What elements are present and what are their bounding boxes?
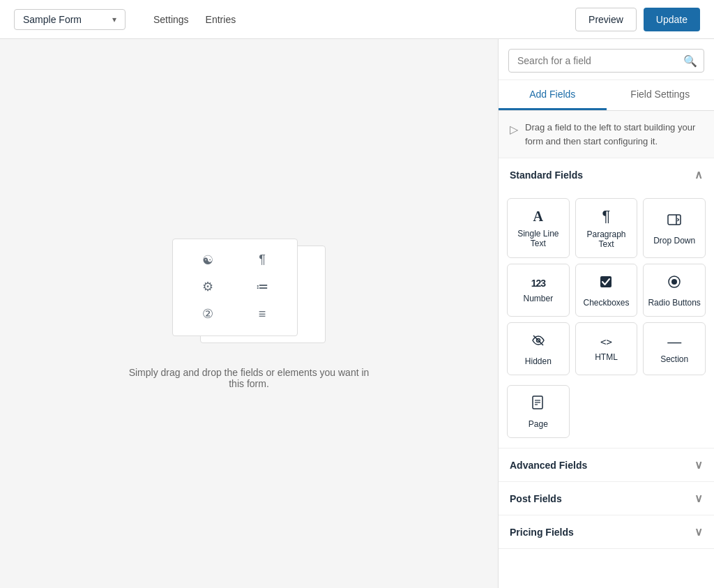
checkboxes-label: Checkboxes bbox=[583, 298, 629, 308]
tab-add-fields[interactable]: Add Fields bbox=[499, 80, 607, 110]
search-input-wrap: 🔍 bbox=[508, 49, 704, 73]
radio-buttons-label: Radio Buttons bbox=[648, 298, 700, 308]
field-html[interactable]: <> HTML bbox=[575, 322, 638, 375]
standard-fields-header[interactable]: Standard Fields ∧ bbox=[499, 158, 714, 191]
card-icon-3: ⚙ bbox=[183, 276, 233, 299]
field-paragraph-text[interactable]: ¶ Paragraph Text bbox=[575, 198, 638, 258]
fields-grid: A Single Line Text ¶ Paragraph Text bbox=[499, 191, 714, 385]
pricing-fields-chevron-icon: ∨ bbox=[694, 525, 703, 538]
update-button[interactable]: Update bbox=[644, 8, 700, 31]
header: Sample Form ▾ Settings Entries Preview U… bbox=[0, 0, 714, 39]
card-icon-4: ≔ bbox=[237, 276, 287, 299]
card-icon-5: ② bbox=[183, 303, 233, 326]
single-line-text-icon: A bbox=[533, 209, 543, 223]
card-icon-1: ☯ bbox=[183, 249, 233, 272]
hidden-icon bbox=[531, 333, 546, 351]
html-label: HTML bbox=[595, 352, 618, 362]
page-label: Page bbox=[529, 419, 548, 429]
pricing-fields-section: Pricing Fields ∨ bbox=[499, 515, 714, 549]
main-layout: ☯ ¶ ⚙ ≔ ② ≡ Simply drag and drop the fie… bbox=[0, 39, 714, 588]
advanced-fields-chevron-icon: ∨ bbox=[694, 458, 703, 472]
drag-hint: ▷ Drag a field to the left to start buil… bbox=[499, 111, 714, 158]
drop-down-label: Drop Down bbox=[653, 236, 695, 246]
search-bar: 🔍 bbox=[499, 39, 714, 80]
hidden-label: Hidden bbox=[525, 356, 552, 366]
right-panel: 🔍 Add Fields Field Settings ▷ Drag a fie… bbox=[498, 39, 714, 588]
page-icon bbox=[531, 395, 545, 414]
checkboxes-icon bbox=[598, 274, 614, 292]
tab-field-settings[interactable]: Field Settings bbox=[607, 80, 715, 110]
pricing-fields-header[interactable]: Pricing Fields ∨ bbox=[499, 515, 714, 548]
card-front: ☯ ¶ ⚙ ≔ ② ≡ bbox=[172, 239, 298, 336]
section-label: Section bbox=[660, 354, 688, 364]
standard-fields-label: Standard Fields bbox=[510, 169, 583, 181]
pricing-fields-label: Pricing Fields bbox=[510, 527, 574, 538]
field-section[interactable]: — Section bbox=[643, 322, 706, 375]
canvas-illustration: ☯ ¶ ⚙ ≔ ② ≡ bbox=[165, 239, 333, 350]
nav-settings[interactable]: Settings bbox=[153, 11, 189, 28]
chevron-down-icon: ▾ bbox=[112, 15, 116, 24]
field-radio-buttons[interactable]: Radio Buttons bbox=[643, 264, 706, 317]
paragraph-text-icon: ¶ bbox=[602, 209, 611, 224]
form-name-label: Sample Form bbox=[23, 14, 82, 25]
post-fields-label: Post Fields bbox=[510, 493, 562, 504]
field-drop-down[interactable]: Drop Down bbox=[643, 198, 706, 258]
post-fields-chevron-icon: ∨ bbox=[694, 492, 703, 505]
field-number[interactable]: 123 Number bbox=[507, 264, 570, 317]
single-line-text-label: Single Line Text bbox=[512, 229, 565, 248]
standard-fields-chevron-up-icon: ∧ bbox=[694, 168, 703, 181]
field-hidden[interactable]: Hidden bbox=[507, 322, 570, 375]
field-page[interactable]: Page bbox=[507, 385, 570, 438]
advanced-fields-section: Advanced Fields ∨ bbox=[499, 448, 714, 482]
preview-button[interactable]: Preview bbox=[575, 8, 637, 31]
post-fields-section: Post Fields ∨ bbox=[499, 482, 714, 515]
search-input[interactable] bbox=[508, 49, 704, 73]
drop-down-icon bbox=[667, 212, 682, 230]
paragraph-text-label: Paragraph Text bbox=[580, 229, 633, 249]
card-icon-2: ¶ bbox=[237, 249, 287, 272]
number-icon: 123 bbox=[531, 278, 545, 288]
advanced-fields-header[interactable]: Advanced Fields ∨ bbox=[499, 448, 714, 481]
html-icon: <> bbox=[600, 337, 612, 347]
svg-point-4 bbox=[671, 279, 677, 285]
header-actions: Preview Update bbox=[575, 8, 700, 31]
canvas-hint: Simply drag and drop the fields or eleme… bbox=[123, 367, 374, 389]
radio-buttons-icon bbox=[667, 274, 682, 292]
section-icon: — bbox=[667, 335, 681, 349]
form-selector[interactable]: Sample Form ▾ bbox=[14, 9, 126, 30]
advanced-fields-label: Advanced Fields bbox=[510, 460, 587, 471]
post-fields-header[interactable]: Post Fields ∨ bbox=[499, 482, 714, 515]
search-icon: 🔍 bbox=[683, 54, 697, 68]
nav-entries[interactable]: Entries bbox=[206, 11, 236, 28]
field-single-line-text[interactable]: A Single Line Text bbox=[507, 198, 570, 258]
cursor-icon: ▷ bbox=[510, 121, 518, 138]
canvas-area: ☯ ¶ ⚙ ≔ ② ≡ Simply drag and drop the fie… bbox=[0, 39, 498, 588]
panel-tabs: Add Fields Field Settings bbox=[499, 80, 714, 111]
field-checkboxes[interactable]: Checkboxes bbox=[575, 264, 638, 317]
drag-hint-text: Drag a field to the left to start buildi… bbox=[525, 121, 703, 148]
standard-fields-section: Standard Fields ∧ A Single Line Text ¶ P… bbox=[499, 158, 714, 448]
card-icon-6: ≡ bbox=[237, 303, 287, 326]
header-nav: Settings Entries bbox=[139, 11, 561, 28]
number-label: Number bbox=[523, 294, 553, 303]
